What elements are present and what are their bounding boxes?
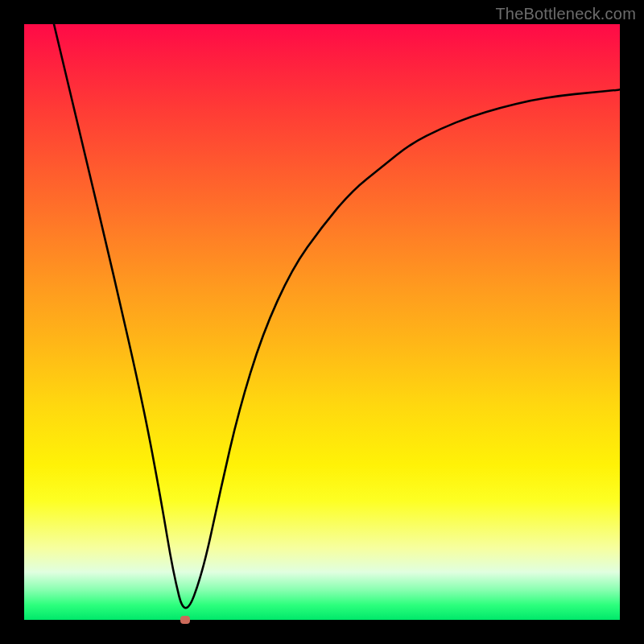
bottleneck-curve bbox=[54, 24, 620, 608]
curve-svg bbox=[24, 24, 620, 620]
chart-frame: TheBottleneck.com bbox=[0, 0, 644, 644]
optimum-marker bbox=[180, 616, 190, 624]
watermark-text: TheBottleneck.com bbox=[495, 5, 636, 23]
plot-area bbox=[24, 24, 620, 620]
